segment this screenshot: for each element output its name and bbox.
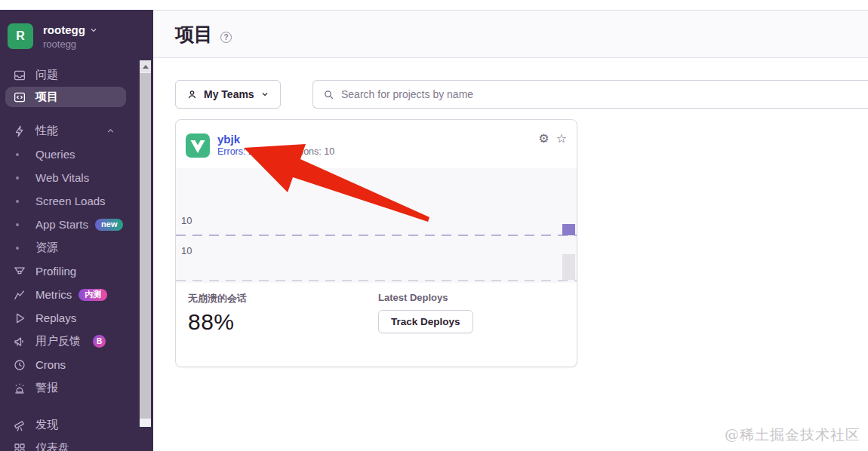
sidebar-item-screen-loads[interactable]: Screen Loads	[0, 189, 140, 213]
scrollbar-thumb[interactable]	[140, 73, 151, 419]
project-name-link[interactable]: ybjk	[217, 133, 240, 146]
clock-icon	[12, 357, 26, 372]
bullet-dot	[16, 200, 19, 203]
new-badge: new	[95, 219, 123, 231]
chevron-down-icon	[89, 26, 98, 35]
sidebar-bottom-nav: 发现 仪表盘	[0, 413, 140, 451]
sidebar-item-replays[interactable]: Replays	[0, 306, 140, 330]
vue-platform-icon	[186, 133, 210, 158]
sidebar-item-web-vitals[interactable]: Web Vitals	[0, 166, 140, 189]
scrollbar-up-button[interactable]	[140, 60, 151, 72]
metrics-icon	[12, 287, 26, 302]
bookmark-star-icon[interactable]: ☆	[556, 131, 567, 146]
sidebar-item-resources[interactable]: 资源	[0, 236, 140, 259]
org-subtitle: rootegg	[43, 38, 98, 50]
latest-deploys: Latest Deploys Track Deploys	[378, 292, 473, 333]
sidebar-scrollbar[interactable]	[140, 60, 151, 427]
page-header: 项目 ?	[153, 10, 868, 58]
my-teams-dropdown[interactable]: My Teams	[175, 80, 281, 109]
sidebar-item-profiling[interactable]: Profiling	[0, 259, 140, 283]
errors-axis-max: 10	[181, 215, 192, 226]
sidebar-item-projects[interactable]: 项目	[5, 87, 126, 107]
sidebar-item-alerts[interactable]: 警报	[0, 376, 140, 400]
sidebar-nav: 问题 项目 性能 Queries	[0, 63, 140, 400]
search-icon	[323, 89, 334, 100]
bullet-dot	[16, 176, 19, 179]
settings-gear-icon[interactable]: ⚙	[538, 131, 549, 146]
sidebar-item-discover[interactable]: 发现	[0, 413, 140, 437]
sidebar-item-user-feedback[interactable]: 用户反馈 B	[0, 330, 140, 353]
crash-free-value: 88%	[188, 309, 247, 335]
bullet-dot	[16, 247, 19, 250]
siren-icon	[12, 381, 26, 395]
sidebar-item-issues[interactable]: 问题	[0, 63, 140, 87]
sidebar-item-crons[interactable]: Crons	[0, 353, 140, 376]
latest-deploys-title: Latest Deploys	[378, 292, 473, 303]
sidebar-item-queries[interactable]: Queries	[0, 143, 140, 166]
telescope-icon	[12, 418, 26, 432]
bullet-dot	[16, 223, 19, 226]
transactions-count: Transactions: 10	[265, 146, 334, 157]
chevron-up-icon[interactable]	[106, 126, 115, 136]
main-content: 项目 ? My Teams	[153, 10, 868, 451]
search-input[interactable]	[341, 88, 868, 100]
org-switcher[interactable]: R rootegg rootegg	[8, 23, 98, 50]
issues-icon	[12, 68, 26, 82]
errors-bar	[562, 224, 575, 235]
toolbar: My Teams	[175, 80, 868, 109]
org-avatar: R	[8, 23, 33, 49]
transactions-baseline	[176, 280, 577, 281]
performance-icon	[12, 124, 26, 138]
sidebar-item-dashboards[interactable]: 仪表盘	[0, 437, 140, 451]
beta-badge: 内测	[78, 289, 107, 301]
megaphone-icon	[12, 334, 26, 348]
transactions-bar	[562, 254, 575, 280]
replays-icon	[12, 311, 26, 325]
profiling-icon	[12, 264, 26, 278]
watermark-text: @稀土掘金技术社区	[725, 425, 860, 445]
crash-free-title: 无崩溃的会话	[188, 292, 247, 305]
project-card: ybjk Errors: 2|Transactions: 10 ⚙ ☆ 10 1…	[175, 119, 577, 367]
bullet-dot	[16, 153, 19, 156]
sidebar-item-performance[interactable]: 性能	[0, 119, 140, 143]
project-stats: Errors: 2|Transactions: 10	[217, 146, 334, 157]
stats-separator: |	[258, 146, 260, 157]
person-icon	[186, 89, 198, 100]
chevron-down-icon	[260, 90, 269, 99]
crash-free-sessions: 无崩溃的会话 88%	[188, 292, 247, 335]
sidebar-item-metrics[interactable]: Metrics 内测	[0, 283, 140, 306]
sidebar-item-app-starts[interactable]: App Starts new	[0, 213, 140, 236]
errors-baseline	[176, 235, 577, 236]
track-deploys-button[interactable]: Track Deploys	[378, 310, 473, 333]
project-card-header: ybjk Errors: 2|Transactions: 10 ⚙ ☆	[176, 120, 577, 168]
sidebar: R rootegg rootegg 问题	[0, 10, 153, 451]
projects-icon	[12, 90, 26, 104]
b-badge: B	[93, 335, 106, 348]
page: R rootegg rootegg 问题	[0, 0, 868, 451]
project-mini-chart: 10 10	[176, 168, 577, 283]
transactions-axis-max: 10	[181, 245, 192, 256]
help-icon[interactable]: ?	[220, 32, 232, 43]
errors-link[interactable]: Errors: 2	[217, 146, 254, 157]
project-search	[312, 80, 868, 109]
dashboard-icon	[12, 441, 26, 451]
page-title: 项目	[175, 22, 213, 47]
org-name: rootegg	[43, 23, 85, 36]
